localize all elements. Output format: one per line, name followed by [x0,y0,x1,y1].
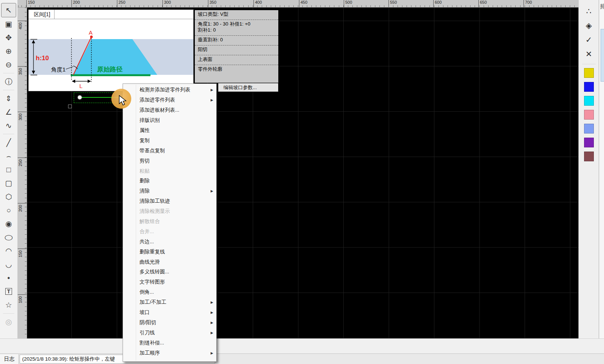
menu-item[interactable]: 排版识别 [123,115,216,126]
ruler-label: 650 [478,0,487,7]
swatch-pink[interactable] [584,110,594,120]
group-parts-icon[interactable]: ∴ [583,5,595,18]
ruler-label: 300 [18,112,27,112]
menu-item[interactable]: 倒角... [123,287,216,297]
zoom-out-tool[interactable]: ⊖ [2,58,16,71]
swatch-maroon[interactable] [584,152,594,161]
menu-item[interactable]: 删除 [123,176,216,186]
center-mark-tool[interactable]: ◎ [2,315,16,329]
circle-tool[interactable]: ○ [2,203,16,217]
menu-item[interactable]: 清除加工轨迹 [123,196,216,206]
line-tool[interactable]: ╱ [2,136,16,149]
ellipse-tool[interactable]: ◯ [2,231,16,244]
ruler-label: 400 [18,21,27,21]
menu-item[interactable]: 清除 ▶ [123,186,216,196]
rectangle-tool[interactable]: □ [2,163,16,176]
swatch-yellow[interactable] [584,68,594,78]
selection-corner-handle[interactable] [68,105,72,108]
ruler-label: 550 [389,0,397,7]
submenu-arrow-icon: ▶ [211,331,213,335]
point-tool[interactable]: • [2,271,16,285]
arc-3point-tool[interactable]: ◠ [2,244,16,258]
frame-select-tool[interactable]: ▣ [2,17,16,31]
measure-distance-tool[interactable]: ⇕ [2,92,16,105]
swatch-blue[interactable] [584,82,594,92]
menu-item-edit-bevel-params[interactable]: 编辑坡口参数... [219,83,278,91]
menu-item[interactable]: 文字转图形 [123,277,216,287]
measure-angle-tool[interactable]: ∠ [2,105,16,119]
tab-log[interactable]: 日志 [0,354,19,364]
mouse-cursor-icon [118,95,128,106]
ruler-label: 250 [18,158,27,158]
text-tool[interactable]: T [2,285,16,298]
menu-item[interactable]: 加工顺序 ▶ [123,348,216,358]
submenu-arrow-icon: ▶ [211,311,213,314]
ruler-minor-ticks [25,8,27,338]
docked-panel-fragment: 排 [599,0,604,364]
menu-item[interactable]: 解散组合 [123,217,216,227]
confirm-icon[interactable]: ✓ [583,33,595,47]
polygon-tool[interactable]: ⬡ [2,190,16,203]
menu-item[interactable]: 引刀线 ▶ [123,328,216,338]
label-a: A [89,29,93,36]
swatch-cyan[interactable] [584,96,594,106]
menu-item[interactable]: 多义线转圆... [123,267,216,277]
menu-item[interactable]: 加工/不加工 ▶ [123,297,216,308]
divider [582,64,596,64]
swatch-periwinkle[interactable] [584,124,594,133]
arc-2point-tool[interactable]: ◡ [2,258,16,271]
ruler-label: 200 [18,203,27,203]
left-toolbar: ↖ ▣ ✥ ⊕ ⊖ ⓘ ⇕ [0,0,18,338]
horizontal-ruler: 150 200 250 300 350 400 [18,0,578,8]
label-height: h:10 [36,55,49,62]
menu-item[interactable]: 粘贴 [123,166,216,176]
pan-tool[interactable]: ✥ [2,31,16,44]
ruler-label: 350 [208,0,216,7]
rounded-rectangle-tool[interactable]: ▢ [2,176,16,190]
menu-item[interactable]: 添加进板材列表... [123,105,216,115]
submenu-arrow-icon: ▶ [211,189,213,193]
circle-tangent-tool[interactable]: ◉ [2,217,16,231]
menu-item[interactable]: 坡口 ▶ [123,308,216,318]
app-window: ↖ ▣ ✥ ⊕ ⊖ ⓘ ⇕ [0,0,604,364]
menu-item[interactable]: 检测并添加进零件列表 ▶ [123,85,216,95]
tab-section-1[interactable]: 区间[1] [30,10,55,19]
menu-item[interactable]: 共边... [123,237,216,247]
star-tool[interactable]: ☆ [2,298,16,312]
ruler-minor-ticks [18,5,578,7]
layers-icon[interactable]: ◈ [583,19,595,32]
menu-item[interactable]: 添加进零件列表 ▶ [123,95,216,105]
ruler-label: 150 [18,249,27,249]
submenu-arrow-icon: ▶ [211,98,213,102]
menu-item[interactable]: 剪切 [123,156,216,166]
select-tool[interactable]: ↖ [1,3,16,17]
selection-grip-handle[interactable] [78,96,82,99]
arc-tool[interactable]: ⌢ [2,149,16,163]
menu-item[interactable]: 清除检测显示 [123,206,216,217]
info-row: 阳切 [195,46,278,55]
zoom-in-tool[interactable]: ⊕ [2,44,16,58]
spline-tool[interactable]: ∿ [2,119,16,132]
bevel-info-panel: 坡口类型: V型 角度1: 30 - 30 补偿1: +0 割补1: 0 垂直割… [195,10,278,83]
menu-item[interactable]: 阴/阳切 ▶ [123,317,216,328]
menu-item[interactable]: 曲线光滑 [123,257,216,267]
info-tool[interactable]: ⓘ [2,75,16,88]
swatch-purple[interactable] [584,138,594,147]
right-toolbar: ∴ ◈ ✓ ✕ [578,0,599,364]
ruler-label: 150 [26,0,35,7]
menu-item[interactable]: 复制 [123,135,216,146]
menu-item[interactable]: 割缝补偿... [123,338,216,348]
cancel-icon[interactable]: ✕ [583,47,595,61]
submenu-popup: 编辑坡口参数... [218,83,278,92]
vertical-ruler: 400 350 300 250 200 150 [18,8,27,338]
ruler-label: 500 [344,0,352,7]
log-bar: 日志 (2025/1/8 10:38:39): 绘矩形操作中，左键 [0,353,604,364]
label-angle: 角度1 [51,66,65,73]
menu-item[interactable]: 合并... [123,226,216,237]
label-length: L [79,83,82,89]
menu-item[interactable]: 属性 [123,126,216,136]
menu-item[interactable]: 带基点复制 [123,146,216,156]
menu-item[interactable]: 删除重复线 [123,247,216,257]
submenu-arrow-icon: ▶ [211,300,213,304]
point-a-marker [90,36,93,38]
